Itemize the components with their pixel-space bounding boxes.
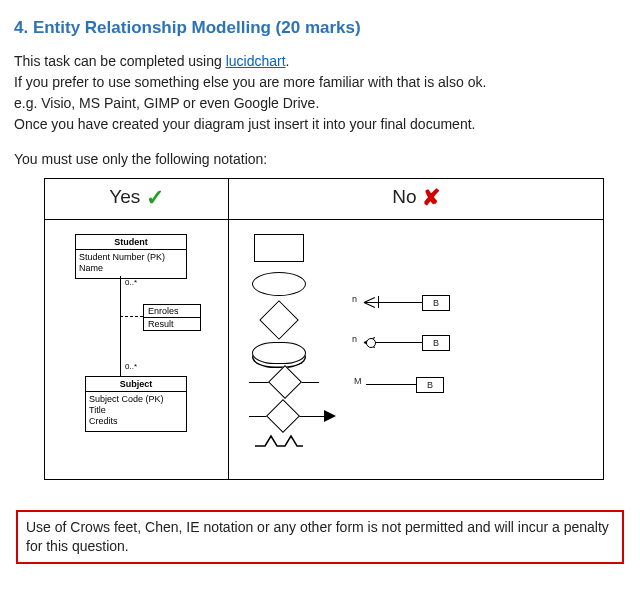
crow-box-1: B: [422, 295, 450, 311]
shape-cylinder: [252, 342, 306, 364]
uml-subject-title: Subject: [86, 377, 186, 392]
yes-header: Yes ✓: [45, 179, 229, 220]
crow-box-2: B: [422, 335, 450, 351]
uml-mult-bottom: 0..*: [125, 362, 137, 371]
intro-line-2: If you prefer to use something else you …: [14, 73, 626, 92]
lucidchart-link[interactable]: lucidchart: [226, 53, 286, 69]
uml-assoc-bottom: Result: [144, 318, 200, 330]
uml-diagram: Student Student Number (PK) Name 0..* En…: [65, 234, 215, 454]
uml-student-attr-1: Name: [79, 263, 183, 274]
yes-label: Yes: [109, 186, 140, 207]
no-header: No ✘: [229, 179, 604, 220]
crow-card-n1: n: [352, 294, 357, 304]
uml-class-subject: Subject Subject Code (PK) Title Credits: [85, 376, 187, 431]
uml-assoc-top: Enroles: [144, 305, 200, 318]
yes-cell: Student Student Number (PK) Name 0..* En…: [45, 220, 229, 480]
uml-assoc-class: Enroles Result: [143, 304, 201, 331]
intro-line-5: You must use only the following notation…: [14, 150, 626, 169]
intro-line-4: Once you have created your diagram just …: [14, 115, 626, 134]
uml-assoc-connector: [120, 316, 143, 317]
shape-rectangle: [254, 234, 304, 262]
uml-association-line: [120, 276, 121, 376]
label-box-3: B: [416, 377, 444, 393]
uml-subject-attr-1: Title: [89, 405, 183, 416]
uml-student-title: Student: [76, 235, 186, 250]
uml-subject-attr-2: Credits: [89, 416, 183, 427]
shape-zigzag: [255, 434, 303, 448]
warning-box: Use of Crows feet, Chen, IE notation or …: [16, 510, 624, 564]
cross-icon: ✘: [422, 185, 440, 210]
no-shapes-container: n B n B M: [249, 234, 589, 454]
shape-ellipse: [252, 272, 306, 296]
intro-line-1: This task can be completed using lucidch…: [14, 52, 626, 71]
intro-line-1a: This task can be completed using: [14, 53, 226, 69]
intro-line-3: e.g. Visio, MS Paint, GIMP or even Googl…: [14, 94, 626, 113]
shape-diamond: [259, 301, 299, 341]
no-label: No: [392, 186, 416, 207]
check-icon: ✓: [146, 185, 164, 210]
crow-card-n2: n: [352, 334, 357, 344]
uml-student-attr-0: Student Number (PK): [79, 252, 183, 263]
uml-mult-top: 0..*: [125, 278, 137, 287]
uml-class-student: Student Student Number (PK) Name: [75, 234, 187, 279]
no-cell: n B n B M: [229, 220, 604, 480]
notation-table: Yes ✓ No ✘ Student Student Number (PK) N…: [44, 178, 604, 480]
arrowhead-icon: [324, 410, 336, 422]
uml-subject-attr-0: Subject Code (PK): [89, 394, 183, 405]
card-m: M: [354, 376, 362, 386]
intro-line-1b: .: [286, 53, 290, 69]
shape-line-diamond-arrow-node: [266, 399, 300, 433]
shape-line-diamond-node: [268, 365, 302, 399]
warning-text: Use of Crows feet, Chen, IE notation or …: [26, 519, 609, 554]
section-heading: 4. Entity Relationship Modelling (20 mar…: [14, 18, 626, 38]
